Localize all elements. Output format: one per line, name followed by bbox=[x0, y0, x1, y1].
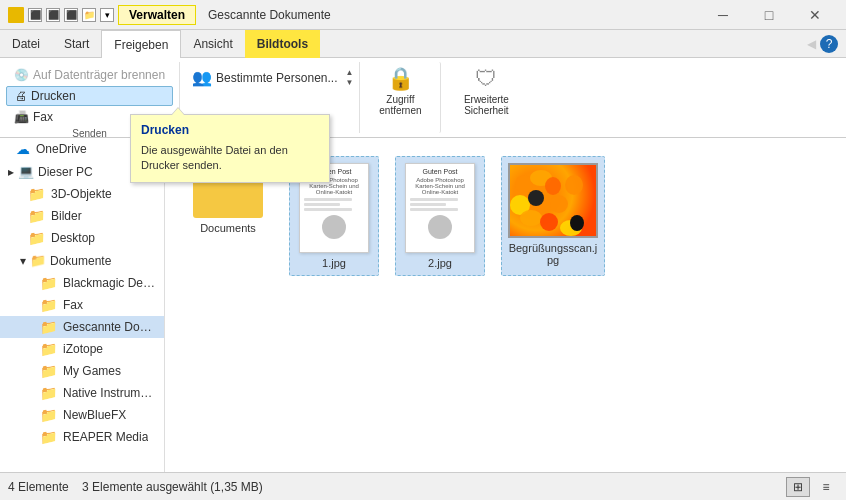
auf-datentraeger-button[interactable]: 💿 Auf Datenträger brennen bbox=[6, 66, 173, 84]
window-controls: ─ □ ✕ bbox=[700, 0, 838, 30]
selected-info: 3 Elemente ausgewählt (1,35 MB) bbox=[82, 480, 263, 494]
tooltip-title: Drucken bbox=[141, 123, 319, 137]
img-thumbnail-begruessungsscan bbox=[508, 163, 598, 238]
sidebar-item-bilder[interactable]: 📁 Bilder bbox=[0, 205, 164, 227]
folder-icon-mygames: 📁 bbox=[40, 363, 57, 379]
tab-bildtools[interactable]: Bildtools bbox=[245, 30, 320, 58]
details-view-button[interactable]: ≡ bbox=[814, 477, 838, 497]
quick-access-btn3[interactable]: ⬛ bbox=[64, 8, 78, 22]
app-icon bbox=[8, 7, 24, 23]
sidebar: ☁ OneDrive ▸ 💻 Dieser PC 📁 3D-Objekte 📁 … bbox=[0, 138, 165, 472]
tab-ansicht[interactable]: Ansicht bbox=[181, 30, 244, 58]
sidebar-item-izotope[interactable]: 📁 iZotope bbox=[0, 338, 164, 360]
sidebar-item-mygames[interactable]: 📁 My Games bbox=[0, 360, 164, 382]
titlebar: ⬛ ⬛ ⬛ 📁 ▾ Verwalten Gescannte Dokumente … bbox=[0, 0, 846, 30]
status-info: 4 Elemente 3 Elemente ausgewählt (1,35 M… bbox=[8, 480, 263, 494]
down-arrow-btn[interactable]: ▾ bbox=[100, 8, 114, 22]
maximize-button[interactable]: □ bbox=[746, 0, 792, 30]
close-button[interactable]: ✕ bbox=[792, 0, 838, 30]
folder-icon-native: 📁 bbox=[40, 385, 57, 401]
content-area: Documents Guten Post Adobe PhotoshopKart… bbox=[165, 138, 846, 472]
active-tab-label: Verwalten bbox=[118, 5, 196, 25]
statusbar: 4 Elemente 3 Elemente ausgewählt (1,35 M… bbox=[0, 472, 846, 500]
quick-access-btn2[interactable]: ⬛ bbox=[46, 8, 60, 22]
people-icon: 👥 bbox=[192, 68, 212, 87]
erweiterte-sicherheit-button[interactable]: 🛡 Erweiterte Sicherheit bbox=[441, 62, 531, 133]
item-count: 4 Elemente bbox=[8, 480, 69, 494]
sidebar-item-desktop[interactable]: 📁 Desktop bbox=[0, 227, 164, 249]
file-label-documents: Documents bbox=[200, 222, 256, 234]
main-layout: ☁ OneDrive ▸ 💻 Dieser PC 📁 3D-Objekte 📁 … bbox=[0, 138, 846, 472]
drucken-button[interactable]: 🖨 Drucken bbox=[6, 86, 173, 106]
chevron-icon: ▸ bbox=[8, 165, 14, 179]
file-item-2jpg[interactable]: Guten Post Adobe PhotoshopKarten-Schein … bbox=[395, 156, 485, 276]
folder-icon-fax: 📁 bbox=[40, 297, 57, 313]
file-label-2jpg: 2.jpg bbox=[428, 257, 452, 269]
bestimmte-personen-button[interactable]: 👥 Bestimmte Personen... bbox=[186, 66, 343, 89]
freigeben-top: 👥 Bestimmte Personen... ▲ ▼ bbox=[186, 66, 353, 89]
tab-datei[interactable]: Datei bbox=[0, 30, 52, 58]
folder-icon-desktop: 📁 bbox=[28, 230, 45, 246]
sidebar-item-fax[interactable]: 📁 Fax bbox=[0, 294, 164, 316]
minimize-button[interactable]: ─ bbox=[700, 0, 746, 30]
file-label-begruessungsscan: Begrüßungsscan.jpg bbox=[508, 242, 598, 266]
sidebar-item-nativeinstrument[interactable]: 📁 Native Instrument bbox=[0, 382, 164, 404]
nav-arrows: ◀ ? bbox=[807, 35, 846, 53]
folder-icon-newbluefx: 📁 bbox=[40, 407, 57, 423]
sidebar-item-dokumente[interactable]: ▾ 📁 Dokumente bbox=[0, 249, 164, 272]
view-buttons: ⊞ ≡ bbox=[786, 477, 838, 497]
tab-start[interactable]: Start bbox=[52, 30, 101, 58]
onedrive-icon: ☁ bbox=[16, 141, 30, 157]
sidebar-item-3dobjekte[interactable]: 📁 3D-Objekte bbox=[0, 183, 164, 205]
folder-icon-blackmagic: 📁 bbox=[40, 275, 57, 291]
sidebar-item-gescannte[interactable]: 📁 Gescannte Dokum bbox=[0, 316, 164, 338]
shield-icon: 🛡 bbox=[475, 66, 497, 92]
scroll-arrows: ▲ ▼ bbox=[345, 68, 353, 88]
lock-icon: 🔒 bbox=[387, 66, 414, 92]
sidebar-item-newbluefx[interactable]: 📁 NewBlueFX bbox=[0, 404, 164, 426]
tooltip: Drucken Die ausgewählte Datei an den Dru… bbox=[130, 114, 330, 183]
folder-icon-btn[interactable]: 📁 bbox=[82, 8, 96, 22]
disc-icon: 💿 bbox=[14, 68, 29, 82]
tooltip-text: Die ausgewählte Datei an den Drucker sen… bbox=[141, 143, 319, 174]
scroll-up-arrow[interactable]: ▲ bbox=[345, 68, 353, 78]
pc-icon: 💻 bbox=[18, 164, 34, 179]
fax-icon: 📠 bbox=[14, 110, 29, 124]
scroll-down-arrow[interactable]: ▼ bbox=[345, 78, 353, 88]
folder-icon-dokumente: 📁 bbox=[30, 253, 46, 268]
ribbon-content: 💿 Auf Datenträger brennen 🖨 Drucken 📠 Fa… bbox=[0, 58, 846, 138]
folder-icon-izotope: 📁 bbox=[40, 341, 57, 357]
titlebar-left: ⬛ ⬛ ⬛ 📁 ▾ Verwalten Gescannte Dokumente bbox=[8, 5, 331, 25]
doc-thumbnail-2jpg: Guten Post Adobe PhotoshopKarten-Schein … bbox=[405, 163, 475, 253]
file-label-1jpg: 1.jpg bbox=[322, 257, 346, 269]
back-arrow[interactable]: ◀ bbox=[807, 37, 816, 51]
file-item-begruessungsscan[interactable]: Begrüßungsscan.jpg bbox=[501, 156, 605, 276]
folder-icon-reaper: 📁 bbox=[40, 429, 57, 445]
large-icons-view-button[interactable]: ⊞ bbox=[786, 477, 810, 497]
window-title: Gescannte Dokumente bbox=[208, 8, 331, 22]
folder-icon-gescannte: 📁 bbox=[40, 319, 57, 335]
quick-access-btn[interactable]: ⬛ bbox=[28, 8, 42, 22]
printer-icon: 🖨 bbox=[15, 89, 27, 103]
help-icon[interactable]: ? bbox=[820, 35, 838, 53]
folder-icon-3d: 📁 bbox=[28, 186, 45, 202]
zugriff-entfernen-button[interactable]: 🔒 Zugriff entfernen bbox=[360, 62, 441, 133]
folder-icon-bilder: 📁 bbox=[28, 208, 45, 224]
chevron-down-icon: ▾ bbox=[20, 254, 26, 268]
sidebar-item-blackmagic[interactable]: 📁 Blackmagic Desig bbox=[0, 272, 164, 294]
sidebar-item-reaper[interactable]: 📁 REAPER Media bbox=[0, 426, 164, 448]
tab-freigeben[interactable]: Freigeben bbox=[101, 30, 181, 58]
ribbon-tabs: Datei Start Freigeben Ansicht Bildtools … bbox=[0, 30, 846, 58]
